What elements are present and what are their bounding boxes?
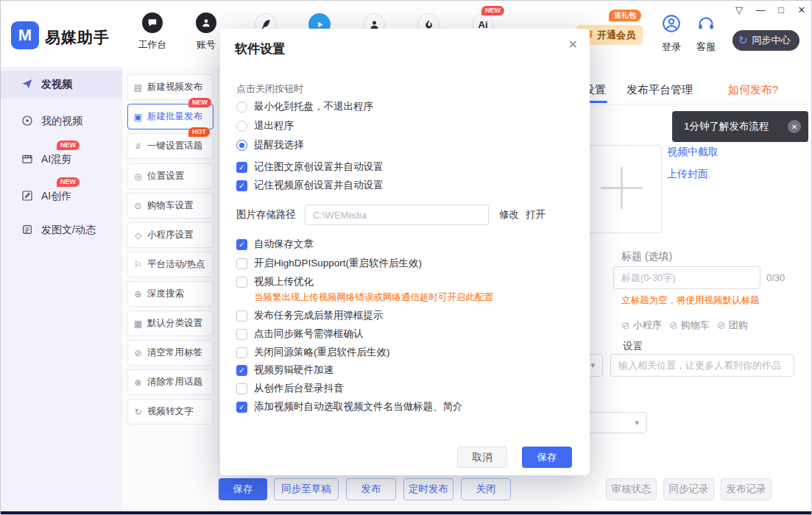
checkbox-disable-same-origin[interactable]: 关闭同源策略(重启软件后生效) [236, 346, 390, 359]
sidebar-item-my-videos[interactable]: 我的视频 [1, 107, 122, 135]
dialog-close-icon[interactable]: ✕ [568, 38, 578, 52]
checkbox-control[interactable] [236, 402, 247, 413]
checkbox-control[interactable] [236, 310, 247, 322]
checkbox-control[interactable] [236, 180, 247, 191]
sidebar-label: AI混剪 [41, 153, 71, 166]
submenu-default-category[interactable]: ▦ 默认分类设置 [127, 310, 213, 336]
nav-workbench[interactable]: 工作台 [135, 13, 169, 52]
checkbox-control[interactable] [236, 383, 247, 394]
checkbox-label: 从创作后台登录抖音 [254, 382, 344, 395]
option-group-buy-disabled[interactable]: ⊘ 团购 [717, 319, 748, 332]
submenu-location-settings[interactable]: ◎ 位置设置 [127, 163, 213, 189]
sync-record-button[interactable]: 同步记录 [663, 478, 714, 500]
sidebar-item-publish-post[interactable]: 发图文/动态 [1, 216, 122, 244]
checkbox-control[interactable] [236, 347, 247, 358]
checkbox-label: 视频剪辑硬件加速 [254, 363, 333, 377]
sidebar-item-publish-video[interactable]: 发视频 [1, 71, 122, 99]
publish-button[interactable]: 发布 [346, 478, 396, 500]
checkbox-control[interactable] [236, 162, 247, 173]
submenu-label: 清空常用标签 [147, 347, 202, 359]
location-icon: ◎ [133, 171, 143, 182]
checkbox-remember-video-original[interactable]: 记住视频原创设置并自动设置 [236, 179, 384, 192]
window-minimize-icon[interactable]: — [753, 4, 768, 15]
tooltip-text: 1分钟了解发布流程 [684, 120, 769, 133]
checkbox-video-upload-optimize[interactable]: 视频上传优化 [236, 275, 314, 288]
checkbox-control[interactable] [236, 365, 247, 376]
ai-new-badge: NEW [481, 6, 504, 15]
window-menu-icon[interactable]: ▽ [732, 4, 746, 15]
title-input[interactable] [613, 266, 760, 289]
radio-minimize-to-tray[interactable]: 最小化到托盘，不退出程序 [236, 100, 373, 113]
title-hint: 立标题为空，将使用视频默认标题 [621, 294, 760, 307]
submenu-label: 一键设置话题 [147, 140, 202, 152]
checkbox-control[interactable] [236, 258, 247, 269]
open-path-link[interactable]: 打开 [526, 208, 546, 221]
checkbox-hardware-acceleration[interactable]: 视频剪辑硬件加速 [236, 363, 333, 377]
sync-to-draft-button[interactable]: 同步至草稿 [274, 478, 339, 500]
submenu-video-to-text[interactable]: ↻ 视频转文字 [127, 399, 213, 425]
option-miniprogram-disabled[interactable]: ⊘ 小程序 [621, 319, 662, 332]
save-button[interactable]: 保存 [219, 478, 267, 500]
checkbox-douyin-backend-login[interactable]: 从创作后台登录抖音 [236, 382, 344, 395]
tooltip-close-icon[interactable]: ✕ [788, 120, 801, 133]
checkbox-label: 添加视频时自动选取视频文件名当做标题、简介 [254, 400, 463, 413]
radio-remind-me[interactable]: 提醒我选择 [236, 138, 304, 152]
submenu-one-click-topic[interactable]: # 一键设置话题 [127, 133, 213, 159]
clear-topic-icon: ⊗ [133, 377, 143, 388]
review-status-button[interactable]: 审核状态 [606, 478, 657, 500]
option-cart-disabled[interactable]: ⊘ 购物车 [669, 319, 710, 332]
path-label: 图片存储路径 [236, 208, 296, 221]
checkbox-control[interactable] [236, 239, 247, 250]
checkbox-control[interactable] [236, 277, 247, 288]
gift-pack-badge: 送礼包 [609, 10, 641, 21]
app-title: 易媒助手 [45, 27, 110, 48]
submenu-clear-tags[interactable]: ⊘ 清空常用标签 [127, 340, 213, 366]
submenu-cart-settings[interactable]: ⊙ 购物车设置 [127, 193, 213, 219]
upload-cover-link[interactable]: 上传封面 [667, 168, 708, 181]
radio-exit-program[interactable]: 退出程序 [236, 119, 294, 132]
submenu-clear-topics[interactable]: ⊗ 清除常用话题 [127, 369, 213, 395]
nav-customer-service[interactable]: 客服 [693, 14, 719, 54]
submenu-deep-search[interactable]: ⊕ 深度搜索 [127, 281, 213, 307]
checkbox-high-dpi-support[interactable]: 开启HighDPISupport(重启软件后生效) [236, 257, 422, 270]
checkbox-auto-filename-title[interactable]: 添加视频时自动选取视频文件名当做标题、简介 [236, 400, 463, 413]
timed-publish-button[interactable]: 定时发布 [403, 478, 453, 500]
radio-label: 提醒我选择 [254, 138, 304, 152]
checkbox-control[interactable] [236, 329, 247, 340]
radio-control[interactable] [236, 121, 247, 132]
submenu-platform-activity[interactable]: ⚐ 平台活动/热点 [127, 252, 213, 277]
checkbox-label: 点击同步账号需弹框确认 [254, 327, 364, 341]
radio-control[interactable] [236, 140, 247, 151]
path-input[interactable] [305, 205, 489, 225]
submenu-new-video-publish[interactable]: ▤ 新建视频发布 [127, 74, 213, 100]
nav-login[interactable]: 登录 [658, 14, 685, 54]
dialog-cancel-button[interactable]: 取消 [457, 447, 507, 468]
search-icon: ⊕ [133, 289, 143, 299]
location-input[interactable] [610, 354, 794, 377]
bottom-edge-strip [1, 511, 812, 515]
checkbox-disable-popup-after-publish[interactable]: 发布任务完成后禁用弹框提示 [236, 309, 384, 322]
batch-publish-icon: ▣ [133, 112, 143, 122]
radio-label: 退出程序 [254, 119, 294, 132]
capture-from-video-link[interactable]: 视频中截取 [667, 146, 719, 159]
checkbox-sync-account-confirm[interactable]: 点击同步账号需弹框确认 [236, 327, 364, 341]
app-logo-icon: M [11, 21, 39, 49]
checkbox-auto-save-article[interactable]: 自动保存文章 [236, 238, 314, 251]
sync-center-button[interactable]: ↻ 同步中心 [732, 30, 799, 51]
submenu-miniprogram-settings[interactable]: ◇ 小程序设置 [127, 222, 213, 248]
close-button[interactable]: 关闭 [461, 478, 511, 500]
radio-control[interactable] [236, 102, 247, 113]
checkbox-label: 记住视频原创设置并自动设置 [254, 179, 384, 192]
tab-platform-manage[interactable]: 发布平台管理 [626, 83, 693, 97]
checkbox-remember-image-original[interactable]: 记住图文原创设置并自动设置 [236, 160, 384, 174]
dialog-save-button[interactable]: 保存 [522, 447, 572, 468]
nav-account[interactable]: 账号 [189, 13, 223, 52]
window-close-icon[interactable]: ✕ [794, 4, 809, 15]
how-to-publish-link[interactable]: 如何发布? [728, 83, 778, 97]
category-select[interactable]: ▾ [581, 412, 647, 433]
modify-path-link[interactable]: 修改 [499, 208, 519, 221]
submenu-new-batch-publish[interactable]: ▣ 新建批量发布 [127, 104, 213, 129]
publish-record-button[interactable]: 发布记录 [721, 478, 772, 500]
sidebar: 发视频 我的视频 AI混剪 NEW AI创作 NEW 发图文/动态 [1, 67, 122, 511]
window-maximize-icon[interactable]: □ [774, 4, 788, 15]
